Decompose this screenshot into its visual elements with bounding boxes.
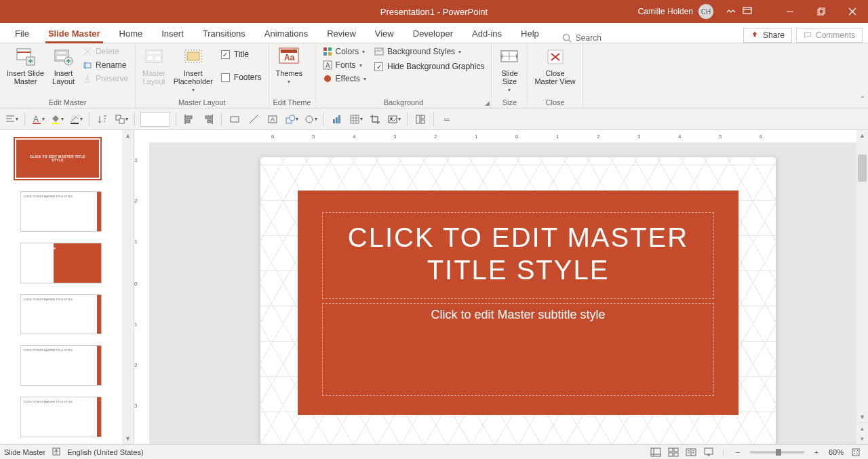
minimize-button[interactable]: [774, 0, 806, 23]
footers-checkbox[interactable]: Footers: [218, 71, 264, 84]
colors-icon: [323, 47, 332, 56]
shapes-button[interactable]: ▾: [284, 112, 299, 127]
effects-button[interactable]: Effects ▾: [320, 73, 369, 84]
normal-view-button[interactable]: [648, 446, 664, 458]
comments-button[interactable]: Comments: [796, 28, 863, 43]
zoom-level[interactable]: 60%: [829, 448, 844, 456]
shape-outline-button[interactable]: ▾: [68, 112, 83, 127]
slide-canvas[interactable]: CLICK TO EDIT MASTER TITLE STYLE Click t…: [260, 157, 776, 444]
insert-placeholder-button[interactable]: Insert Placeholder ▾: [171, 45, 216, 94]
master-title-placeholder[interactable]: CLICK TO EDIT MASTER TITLE STYLE: [322, 212, 714, 299]
vertical-scrollbar[interactable]: ▲ ▼ ▴ ▾: [856, 130, 868, 444]
svg-rect-86: [674, 448, 678, 452]
tab-view[interactable]: View: [366, 24, 403, 43]
align-button[interactable]: ▾: [4, 112, 19, 127]
themes-icon: Aa: [278, 46, 300, 68]
preserve-icon: [83, 74, 92, 83]
ribbon-display-icon[interactable]: [742, 5, 753, 18]
scroll-down-icon[interactable]: ▼: [122, 433, 134, 444]
selection-pane-button[interactable]: [413, 112, 428, 127]
tab-transitions[interactable]: Transitions: [193, 24, 255, 43]
tab-slide-master[interactable]: Slide Master: [39, 24, 110, 43]
rectangle-shape-button[interactable]: [227, 112, 242, 127]
layout-thumbnail-1[interactable]: CLICK TO EDIT MASTER TITLE STYLE: [20, 191, 102, 232]
background-styles-button[interactable]: Background Styles ▾: [372, 46, 487, 57]
table-button[interactable]: ▾: [349, 112, 363, 127]
next-slide-icon[interactable]: ▾: [856, 433, 868, 444]
scrollbar-thumb[interactable]: [858, 155, 867, 182]
tab-insert[interactable]: Insert: [152, 24, 193, 43]
svg-line-61: [250, 115, 258, 123]
background-dialog-launcher[interactable]: ◢: [485, 100, 490, 106]
maximize-button[interactable]: [806, 0, 837, 23]
more-shapes-button[interactable]: ▾: [303, 112, 318, 127]
user-avatar[interactable]: CH: [698, 4, 713, 19]
overflow-button[interactable]: ═: [439, 112, 454, 127]
thumbnail-scrollbar[interactable]: ▲ ▼: [122, 130, 134, 444]
sort-button[interactable]: [95, 112, 110, 127]
close-button[interactable]: [837, 0, 868, 23]
zoom-slider[interactable]: [750, 451, 804, 454]
shape-swatch[interactable]: [140, 112, 170, 127]
layout-thumbnail-4[interactable]: CLICK TO EDIT MASTER TITLE STYLE: [20, 345, 102, 386]
share-button[interactable]: Share: [743, 28, 792, 43]
layout-thumbnail-5[interactable]: CLICK TO EDIT MASTER TITLE STYLE: [20, 397, 102, 437]
line-shape-button[interactable]: [246, 112, 261, 127]
shape-fill-button[interactable]: ▾: [50, 112, 64, 127]
scroll-down-icon[interactable]: ▼: [856, 412, 868, 422]
editor-area: CLICK TO EDIT MASTER TITLE STYLE CLICK T…: [0, 130, 868, 444]
previous-slide-icon[interactable]: ▴: [856, 422, 868, 433]
colors-button[interactable]: Colors ▾: [320, 46, 369, 57]
svg-rect-4: [819, 8, 825, 14]
slide-canvas-area[interactable]: CLICK TO EDIT MASTER TITLE STYLE Click t…: [149, 142, 856, 444]
tab-help[interactable]: Help: [511, 24, 549, 43]
chart-button[interactable]: [330, 112, 344, 127]
title-checkbox[interactable]: ✓ Title: [218, 47, 264, 61]
fonts-button[interactable]: A Fonts ▾: [320, 60, 369, 71]
master-subtitle-placeholder[interactable]: Click to edit Master subtitle style: [322, 303, 714, 396]
accessibility-icon[interactable]: [52, 447, 60, 457]
layout-thumbnail-3[interactable]: CLICK TO EDIT MASTER TITLE STYLE: [20, 294, 102, 335]
themes-button[interactable]: Aa Themes ▾: [273, 45, 306, 86]
insert-slide-master-button[interactable]: Insert Slide Master: [4, 45, 47, 87]
textbox-button[interactable]: A: [265, 112, 280, 127]
scroll-up-icon[interactable]: ▲: [856, 130, 868, 141]
master-slide-thumbnail[interactable]: CLICK TO EDIT MASTER TITLE STYLE: [14, 137, 102, 180]
slide-sorter-button[interactable]: [665, 446, 682, 458]
align-right-button[interactable]: [201, 112, 216, 127]
title-bar: Presentation1 - PowerPoint Camille Holde…: [0, 0, 868, 23]
status-language[interactable]: English (United States): [67, 448, 144, 456]
layout-thumbnail-2[interactable]: CLICK TO EDIT MASTER TITLE STYLE: [20, 243, 102, 283]
slideshow-button[interactable]: [701, 446, 717, 458]
fit-to-window-button[interactable]: [848, 446, 864, 458]
crop-button[interactable]: [368, 112, 382, 127]
close-master-view-button[interactable]: Close Master View: [532, 45, 578, 87]
reading-view-button[interactable]: [683, 446, 699, 458]
svg-text:A: A: [33, 115, 39, 124]
svg-rect-33: [323, 47, 327, 51]
rename-button[interactable]: Rename: [80, 60, 131, 71]
scroll-up-icon[interactable]: ▲: [122, 130, 134, 141]
insert-placeholder-icon: [182, 46, 204, 68]
tell-me-search[interactable]: Search: [549, 33, 601, 43]
zoom-in-button[interactable]: +: [808, 446, 825, 458]
tab-review[interactable]: Review: [317, 24, 366, 43]
tab-home[interactable]: Home: [110, 24, 153, 43]
tab-animations[interactable]: Animations: [255, 24, 317, 43]
insert-layout-button[interactable]: Insert Layout: [50, 45, 77, 87]
tab-addins[interactable]: Add-ins: [462, 24, 511, 43]
tab-developer[interactable]: Developer: [403, 24, 462, 43]
collapse-ribbon-button[interactable]: ˆ: [861, 96, 864, 105]
svg-rect-55: [186, 116, 192, 119]
arrange-button[interactable]: ▾: [114, 112, 129, 127]
tab-file[interactable]: File: [5, 24, 39, 43]
zoom-out-button[interactable]: −: [730, 446, 746, 458]
hide-bg-graphics-checkbox[interactable]: ✓ Hide Background Graphics: [372, 60, 487, 73]
align-left-button[interactable]: [182, 112, 197, 127]
slide-size-button[interactable]: Slide Size ▾: [496, 45, 523, 94]
svg-rect-34: [328, 47, 332, 51]
simplify-ribbon-icon[interactable]: [726, 5, 736, 18]
picture-button[interactable]: ▾: [387, 112, 401, 127]
share-icon: [751, 31, 759, 39]
font-color-button[interactable]: A▾: [31, 112, 45, 127]
